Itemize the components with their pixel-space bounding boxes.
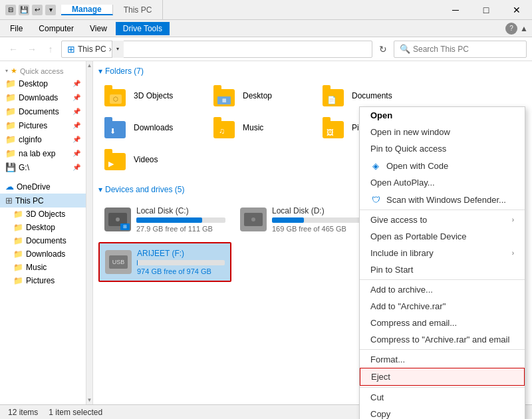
sidebar-scrollbar[interactable]: ▲ ▼	[86, 61, 93, 404]
ctx-open[interactable]: Open	[360, 107, 525, 124]
scroll-down-icon[interactable]: ▼	[87, 397, 92, 403]
folder-3dobjects[interactable]: ⬡ 3D Objects	[98, 81, 205, 110]
folder-icon-sm: 📁	[13, 236, 23, 245]
sidebar-item-this-pc[interactable]: ⊞ This PC	[0, 194, 86, 208]
sidebar-label-this-pc: This PC	[15, 196, 44, 206]
sidebar-item-downloads2[interactable]: 📁 Downloads	[0, 247, 86, 261]
ctx-cut[interactable]: Cut	[360, 389, 525, 406]
drive-f-bar	[137, 260, 138, 265]
tab-manage[interactable]: Manage	[61, 5, 113, 15]
folder-icon: 📁	[5, 78, 16, 88]
sidebar-item-pictures2[interactable]: 📁 Pictures	[0, 274, 86, 287]
window-controls: ─ □ ✕	[440, 0, 532, 20]
folder-desktop-name: Desktop	[243, 91, 272, 100]
search-input[interactable]	[413, 45, 521, 54]
ctx-sep-2	[360, 279, 525, 280]
ctx-copy[interactable]: Copy	[360, 406, 525, 419]
forward-button[interactable]: →	[24, 41, 40, 57]
quick-access-label: Quick access	[20, 67, 63, 75]
ctx-pin-start[interactable]: Pin to Start	[360, 261, 525, 278]
sidebar-label-onedrive: OneDrive	[17, 182, 51, 192]
sidebar-label-docs2: Documents	[26, 236, 66, 245]
ribbon-tab-drive-tools[interactable]: Drive Tools	[116, 22, 170, 35]
ctx-portable-device[interactable]: Open as Portable Device	[360, 228, 525, 245]
folder-downloads[interactable]: ⬇ Downloads	[98, 113, 205, 142]
sidebar-item-pictures[interactable]: 📁 Pictures 📌	[0, 118, 86, 132]
address-bar[interactable]: ⊞ This PC › ▾	[61, 41, 372, 58]
drive-f[interactable]: USB ARIJEET (F:) 974 GB free of 974 GB	[98, 242, 231, 282]
sidebar-item-documents[interactable]: 📁 Documents 📌	[0, 104, 86, 118]
drive-c[interactable]: ⊞ Local Disk (C:) 27.9 GB free of 111 GB	[98, 200, 231, 239]
ctx-pin-quick-access[interactable]: Pin to Quick access	[360, 140, 525, 157]
ctx-scan-defender[interactable]: 🛡 Scan with Windows Defender...	[360, 191, 525, 208]
ctx-open-new-window[interactable]: Open in new window	[360, 124, 525, 140]
computer-icon: ⊞	[5, 196, 13, 206]
folder-music[interactable]: ♫ Music	[207, 113, 314, 142]
sidebar-item-desktop2[interactable]: 📁 Desktop	[0, 221, 86, 234]
pin-icon: 📌	[72, 164, 80, 171]
address-dropdown[interactable]: ▾	[112, 41, 124, 58]
ctx-open-with-code[interactable]: ◈ Open with Code	[360, 157, 525, 174]
sidebar-item-nalabexp[interactable]: 📁 na lab exp 📌	[0, 146, 86, 160]
refresh-button[interactable]: ↻	[375, 41, 391, 57]
scroll-up-icon[interactable]: ▲	[87, 63, 92, 69]
sidebar-item-clginfo[interactable]: 📁 clginfo 📌	[0, 132, 86, 146]
folder-videos[interactable]: ▶ Videos	[98, 145, 205, 174]
system-icon-2: 💾	[19, 5, 29, 15]
3d-objects-icon: ⬡	[104, 85, 128, 106]
ctx-include-library[interactable]: Include in library ›	[360, 245, 525, 261]
ctx-add-archive[interactable]: Add to archive...	[360, 281, 525, 298]
drive-f-name: ARIJEET (F:)	[137, 249, 225, 258]
sidebar-label-desktop2: Desktop	[26, 223, 55, 232]
drive-d-bar-bg	[272, 217, 361, 223]
sidebar-label-g: G:\	[19, 163, 29, 172]
drive-d[interactable]: Local Disk (D:) 169 GB free of 465 GB	[234, 200, 367, 239]
folder-icon: 📁	[5, 92, 16, 102]
tab-this-pc[interactable]: This PC	[113, 0, 164, 19]
folder-desktop[interactable]: ▦ Desktop	[207, 81, 314, 110]
sidebar-item-3dobjects[interactable]: 📁 3D Objects	[0, 208, 86, 221]
ribbon-tab-file[interactable]: File	[3, 22, 30, 35]
navbar: ← → ↑ ⊞ This PC › ▾ ↻ 🔍	[0, 37, 532, 61]
sidebar-label-music: Music	[26, 263, 47, 272]
maximize-button[interactable]: □	[471, 0, 501, 20]
ctx-compress-email[interactable]: Compress and email...	[360, 315, 525, 331]
up-button[interactable]: ↑	[43, 41, 59, 57]
search-bar[interactable]: 🔍	[394, 41, 527, 58]
folder-icon-sm: 📁	[13, 249, 23, 259]
close-button[interactable]: ✕	[501, 0, 532, 20]
sidebar-item-desktop[interactable]: 📁 Desktop 📌	[0, 76, 86, 90]
folder-icon-sm: 📁	[13, 210, 23, 219]
ctx-eject[interactable]: Eject	[360, 368, 525, 386]
ctx-compress-rar-email[interactable]: Compress to "Archive.rar" and email	[360, 331, 525, 348]
folder-music-name: Music	[243, 123, 263, 132]
pin-icon: 📌	[72, 80, 80, 87]
shield-icon: 🛡	[370, 194, 381, 205]
drive-c-bar	[136, 217, 202, 223]
devices-label: Devices and drives (5)	[105, 185, 184, 194]
ctx-add-archive-rar[interactable]: Add to "Archive.rar"	[360, 298, 525, 315]
ctx-autoplay[interactable]: Open AutoPlay...	[360, 174, 525, 191]
quick-access-icon: ★	[11, 67, 17, 75]
drive-f-info: ARIJEET (F:) 974 GB free of 974 GB	[137, 249, 225, 275]
folder-icon: 📁	[5, 120, 16, 130]
sidebar-item-onedrive[interactable]: ☁ OneDrive	[0, 180, 86, 194]
help-button[interactable]: ?	[505, 23, 517, 35]
ribbon-collapse-button[interactable]: ▲	[520, 24, 529, 33]
search-icon: 🔍	[400, 44, 410, 54]
ribbon-tab-computer[interactable]: Computer	[31, 22, 81, 35]
system-icon-3: ↩	[32, 5, 43, 15]
minimize-button[interactable]: ─	[440, 0, 471, 20]
sidebar-item-downloads[interactable]: 📁 Downloads 📌	[0, 90, 86, 104]
ribbon-tab-view[interactable]: View	[82, 22, 114, 35]
folder-icon-sm: 📁	[13, 276, 23, 285]
sidebar-item-documents2[interactable]: 📁 Documents	[0, 234, 86, 247]
back-button[interactable]: ←	[5, 41, 21, 57]
drive-d-free: 169 GB free of 465 GB	[272, 225, 361, 233]
sidebar-item-music[interactable]: 📁 Music	[0, 261, 86, 274]
ctx-format[interactable]: Format...	[360, 351, 525, 368]
computer-icon: ⊞	[67, 44, 75, 55]
ctx-sep-4	[360, 387, 525, 388]
ctx-give-access[interactable]: Give access to ›	[360, 211, 525, 228]
sidebar-item-g-drive[interactable]: 💾 G:\ 📌	[0, 160, 86, 174]
